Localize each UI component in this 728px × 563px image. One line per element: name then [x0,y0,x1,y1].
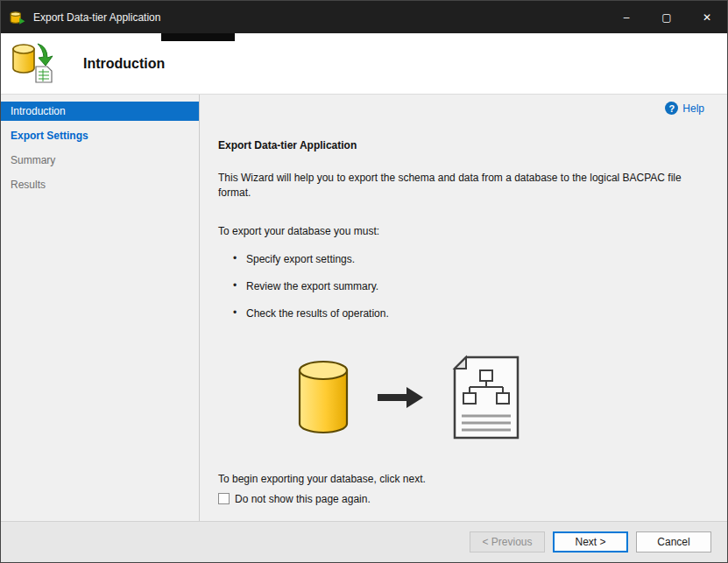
export-illustration [297,346,704,449]
next-button[interactable]: Next > [553,531,628,552]
arrow-right-icon [376,384,425,411]
wizard-steps-sidebar: Introduction Export Settings Summary Res… [1,95,200,521]
begin-text: To begin exporting your database, click … [218,472,704,487]
bullet-item: Specify export settings. [218,253,704,265]
sidebar-item-results[interactable]: Results [1,175,199,194]
minimize-button[interactable]: – [606,1,647,33]
dont-show-label: Do not show this page again. [235,493,371,505]
dont-show-again-option[interactable]: Do not show this page again. [218,493,704,505]
sidebar-item-export-settings[interactable]: Export Settings [1,126,199,145]
window-title: Export Data-tier Application [33,11,160,24]
wizard-body: Introduction Export Settings Summary Res… [1,95,727,521]
previous-button[interactable]: < Previous [470,531,545,552]
sidebar-item-summary[interactable]: Summary [1,151,199,170]
requirements-label: To export your database you must: [218,224,704,239]
help-link[interactable]: ? Help [218,102,704,115]
content-heading: Export Data-tier Application [218,139,704,151]
help-icon: ? [665,102,678,115]
wizard-footer: < Previous Next > Cancel [1,521,727,562]
bacpac-document-icon [451,355,521,440]
database-cylinder-icon [297,360,350,435]
sidebar-item-introduction[interactable]: Introduction [1,102,199,121]
bullet-item: Review the export summary. [218,280,704,292]
titlebar[interactable]: Export Data-tier Application – ▢ ✕ [1,1,727,33]
wizard-header: Introduction [1,33,727,95]
database-export-icon [11,40,57,88]
help-label: Help [682,102,704,115]
wizard-content: ? Help Export Data-tier Application This… [200,95,727,521]
window-controls: – ▢ ✕ [606,1,727,33]
export-wizard-window: Export Data-tier Application – ▢ ✕ [0,0,728,563]
app-database-icon [10,10,25,25]
page-title: Introduction [83,56,165,72]
close-button[interactable]: ✕ [687,1,727,33]
cancel-button[interactable]: Cancel [636,531,711,552]
maximize-button[interactable]: ▢ [647,1,687,33]
intro-paragraph: This Wizard will help you to export the … [218,171,704,201]
requirements-list: Specify export settings. Review the expo… [218,253,704,320]
titlebar-artifact [161,33,235,41]
bullet-item: Check the results of operation. [218,307,704,320]
dont-show-checkbox[interactable] [218,493,230,504]
